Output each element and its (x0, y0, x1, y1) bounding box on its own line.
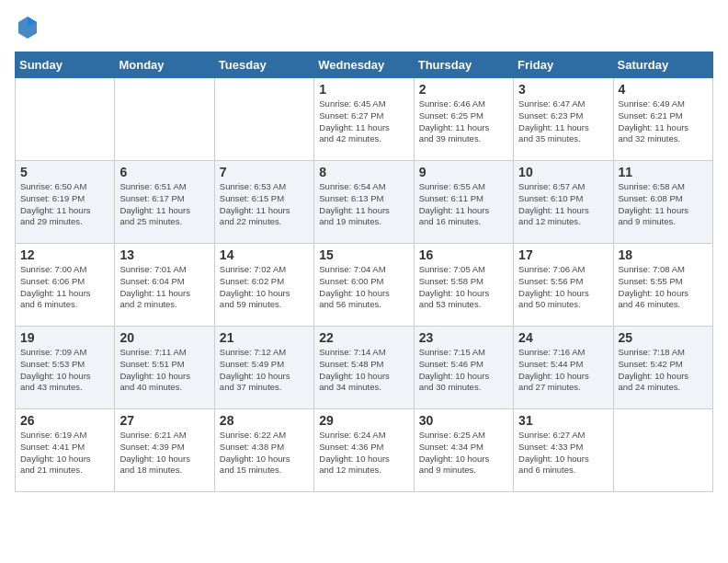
day-info: Sunrise: 7:18 AM Sunset: 5:42 PM Dayligh… (619, 347, 708, 394)
day-number: 20 (119, 330, 209, 345)
day-number: 28 (220, 413, 309, 428)
day-info: Sunrise: 6:45 AM Sunset: 6:27 PM Dayligh… (319, 98, 408, 145)
day-number: 8 (319, 165, 408, 179)
calendar-table: SundayMondayTuesdayWednesdayThursdayFrid… (15, 52, 713, 492)
day-number: 18 (619, 247, 708, 262)
calendar-cell: 17Sunrise: 7:06 AM Sunset: 5:56 PM Dayli… (514, 244, 613, 327)
day-info: Sunrise: 6:57 AM Sunset: 6:10 PM Dayligh… (518, 181, 608, 228)
day-info: Sunrise: 7:15 AM Sunset: 5:46 PM Dayligh… (419, 347, 508, 394)
calendar-cell: 1Sunrise: 6:45 AM Sunset: 6:27 PM Daylig… (314, 78, 414, 161)
calendar-cell: 14Sunrise: 7:02 AM Sunset: 6:02 PM Dayli… (214, 244, 313, 327)
day-number: 26 (20, 413, 109, 428)
calendar-cell: 26Sunrise: 6:19 AM Sunset: 4:41 PM Dayli… (16, 409, 115, 492)
calendar-cell (115, 78, 214, 161)
calendar-cell: 15Sunrise: 7:04 AM Sunset: 6:00 PM Dayli… (314, 244, 414, 327)
calendar-cell: 2Sunrise: 6:46 AM Sunset: 6:25 PM Daylig… (414, 78, 513, 161)
logo (15, 15, 39, 40)
day-number: 30 (419, 413, 508, 428)
header (15, 15, 713, 40)
calendar-cell: 19Sunrise: 7:09 AM Sunset: 5:53 PM Dayli… (16, 327, 115, 409)
day-number: 7 (220, 165, 309, 179)
calendar-cell: 21Sunrise: 7:12 AM Sunset: 5:49 PM Dayli… (214, 327, 313, 409)
day-number: 29 (319, 413, 408, 428)
day-info: Sunrise: 6:27 AM Sunset: 4:33 PM Dayligh… (518, 430, 608, 477)
calendar-cell: 27Sunrise: 6:21 AM Sunset: 4:39 PM Dayli… (115, 409, 214, 492)
day-info: Sunrise: 6:25 AM Sunset: 4:34 PM Dayligh… (419, 430, 508, 477)
calendar-cell: 28Sunrise: 6:22 AM Sunset: 4:38 PM Dayli… (214, 409, 313, 492)
calendar-header-row: SundayMondayTuesdayWednesdayThursdayFrid… (16, 52, 713, 78)
calendar-cell (613, 409, 712, 492)
calendar-cell: 31Sunrise: 6:27 AM Sunset: 4:33 PM Dayli… (514, 409, 613, 492)
calendar-cell: 3Sunrise: 6:47 AM Sunset: 6:23 PM Daylig… (514, 78, 613, 161)
day-info: Sunrise: 6:19 AM Sunset: 4:41 PM Dayligh… (20, 430, 109, 477)
day-number: 17 (518, 247, 608, 262)
day-info: Sunrise: 7:09 AM Sunset: 5:53 PM Dayligh… (20, 347, 109, 394)
day-info: Sunrise: 7:05 AM Sunset: 5:58 PM Dayligh… (419, 264, 508, 311)
calendar-week-row: 26Sunrise: 6:19 AM Sunset: 4:41 PM Dayli… (16, 409, 713, 492)
calendar-cell: 18Sunrise: 7:08 AM Sunset: 5:55 PM Dayli… (613, 244, 712, 327)
day-info: Sunrise: 6:47 AM Sunset: 6:23 PM Dayligh… (518, 98, 608, 145)
day-number: 12 (20, 247, 109, 262)
calendar-cell: 11Sunrise: 6:58 AM Sunset: 6:08 PM Dayli… (613, 161, 712, 244)
day-number: 9 (419, 165, 508, 179)
day-number: 23 (419, 330, 508, 345)
day-info: Sunrise: 7:12 AM Sunset: 5:49 PM Dayligh… (220, 347, 309, 394)
day-number: 1 (319, 82, 408, 97)
calendar-header-monday: Monday (115, 52, 214, 78)
day-number: 10 (518, 165, 608, 179)
day-info: Sunrise: 6:46 AM Sunset: 6:25 PM Dayligh… (419, 98, 508, 145)
calendar-cell: 7Sunrise: 6:53 AM Sunset: 6:15 PM Daylig… (214, 161, 313, 244)
calendar-cell: 12Sunrise: 7:00 AM Sunset: 6:06 PM Dayli… (16, 244, 115, 327)
day-info: Sunrise: 6:51 AM Sunset: 6:17 PM Dayligh… (119, 181, 209, 228)
calendar-cell: 8Sunrise: 6:54 AM Sunset: 6:13 PM Daylig… (314, 161, 414, 244)
day-number: 11 (619, 165, 708, 179)
calendar-cell: 13Sunrise: 7:01 AM Sunset: 6:04 PM Dayli… (115, 244, 214, 327)
calendar-cell (16, 78, 115, 161)
calendar-header-thursday: Thursday (414, 52, 513, 78)
calendar-cell: 5Sunrise: 6:50 AM Sunset: 6:19 PM Daylig… (16, 161, 115, 244)
day-number: 16 (419, 247, 508, 262)
day-info: Sunrise: 7:14 AM Sunset: 5:48 PM Dayligh… (319, 347, 408, 394)
calendar-header-tuesday: Tuesday (214, 52, 313, 78)
calendar-cell: 9Sunrise: 6:55 AM Sunset: 6:11 PM Daylig… (414, 161, 513, 244)
day-number: 25 (619, 330, 708, 345)
calendar-cell: 30Sunrise: 6:25 AM Sunset: 4:34 PM Dayli… (414, 409, 513, 492)
day-info: Sunrise: 7:04 AM Sunset: 6:00 PM Dayligh… (319, 264, 408, 311)
day-number: 24 (518, 330, 608, 345)
day-info: Sunrise: 7:02 AM Sunset: 6:02 PM Dayligh… (220, 264, 309, 311)
day-number: 3 (518, 82, 608, 97)
day-number: 15 (319, 247, 408, 262)
calendar-week-row: 5Sunrise: 6:50 AM Sunset: 6:19 PM Daylig… (16, 161, 713, 244)
calendar-header-wednesday: Wednesday (314, 52, 414, 78)
calendar-cell: 10Sunrise: 6:57 AM Sunset: 6:10 PM Dayli… (514, 161, 613, 244)
day-number: 22 (319, 330, 408, 345)
calendar-cell: 23Sunrise: 7:15 AM Sunset: 5:46 PM Dayli… (414, 327, 513, 409)
day-info: Sunrise: 6:55 AM Sunset: 6:11 PM Dayligh… (419, 181, 508, 228)
day-info: Sunrise: 6:49 AM Sunset: 6:21 PM Dayligh… (619, 98, 708, 145)
day-info: Sunrise: 7:06 AM Sunset: 5:56 PM Dayligh… (518, 264, 608, 311)
calendar-cell: 20Sunrise: 7:11 AM Sunset: 5:51 PM Dayli… (115, 327, 214, 409)
logo-icon (17, 15, 39, 40)
calendar-header-sunday: Sunday (16, 52, 115, 78)
day-number: 4 (619, 82, 708, 97)
day-info: Sunrise: 7:01 AM Sunset: 6:04 PM Dayligh… (119, 264, 209, 311)
calendar-week-row: 12Sunrise: 7:00 AM Sunset: 6:06 PM Dayli… (16, 244, 713, 327)
calendar-header-friday: Friday (514, 52, 613, 78)
day-info: Sunrise: 7:16 AM Sunset: 5:44 PM Dayligh… (518, 347, 608, 394)
calendar-cell (214, 78, 313, 161)
day-info: Sunrise: 7:08 AM Sunset: 5:55 PM Dayligh… (619, 264, 708, 311)
day-number: 27 (119, 413, 209, 428)
day-info: Sunrise: 6:21 AM Sunset: 4:39 PM Dayligh… (119, 430, 209, 477)
calendar-week-row: 19Sunrise: 7:09 AM Sunset: 5:53 PM Dayli… (16, 327, 713, 409)
day-number: 13 (119, 247, 209, 262)
day-info: Sunrise: 6:24 AM Sunset: 4:36 PM Dayligh… (319, 430, 408, 477)
day-number: 14 (220, 247, 309, 262)
day-number: 5 (20, 165, 109, 179)
calendar-cell: 24Sunrise: 7:16 AM Sunset: 5:44 PM Dayli… (514, 327, 613, 409)
day-number: 6 (119, 165, 209, 179)
day-number: 21 (220, 330, 309, 345)
day-info: Sunrise: 6:22 AM Sunset: 4:38 PM Dayligh… (220, 430, 309, 477)
calendar-header-saturday: Saturday (613, 52, 712, 78)
day-info: Sunrise: 7:00 AM Sunset: 6:06 PM Dayligh… (20, 264, 109, 311)
day-number: 19 (20, 330, 109, 345)
